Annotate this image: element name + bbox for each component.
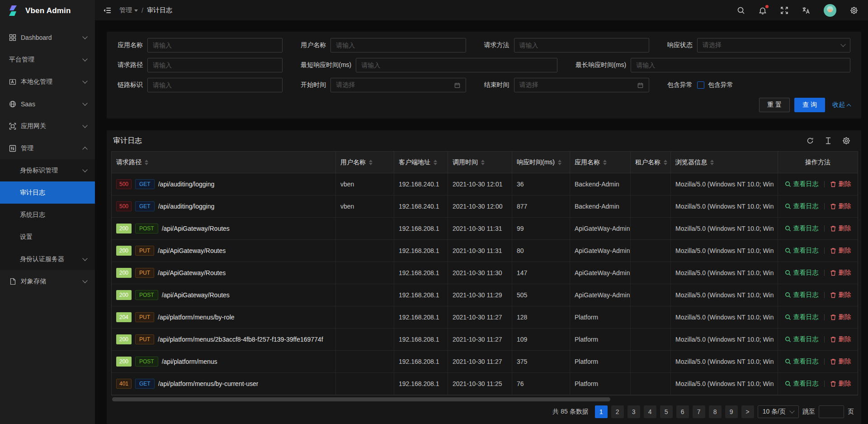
trace-id-input[interactable]: [147, 78, 283, 92]
avatar[interactable]: [824, 4, 836, 17]
delete-button[interactable]: 删除: [830, 269, 851, 277]
delete-button[interactable]: 删除: [830, 291, 851, 299]
app-name-input[interactable]: [147, 38, 283, 52]
delete-button[interactable]: 删除: [830, 247, 851, 255]
cell-user-name: [336, 351, 394, 373]
logo[interactable]: Vben Admin: [0, 0, 95, 22]
column-header[interactable]: 客户端地址: [394, 152, 448, 173]
page-button[interactable]: 7: [693, 405, 705, 418]
status-badge: 200: [116, 334, 132, 344]
column-header[interactable]: 请求路径: [112, 152, 336, 173]
field-request-method: 请求方法: [484, 38, 667, 52]
refresh-icon[interactable]: [806, 137, 814, 145]
sidebar-item[interactable]: 身份标识管理: [0, 159, 95, 181]
view-log-button[interactable]: 查看日志: [785, 202, 819, 210]
notification-icon[interactable]: [759, 6, 767, 14]
table-header-row: 请求路径用户名称客户端地址调用时间响应时间(ms)应用名称租户名称浏览器信息操作…: [112, 152, 858, 173]
sidebar-item[interactable]: 系统日志: [0, 204, 95, 226]
end-time-picker[interactable]: 请选择: [514, 78, 649, 92]
view-log-button[interactable]: 查看日志: [785, 247, 819, 255]
trash-icon: [830, 248, 836, 254]
delete-button[interactable]: 删除: [830, 180, 851, 188]
page-button[interactable]: 6: [676, 405, 689, 418]
max-response-time-input[interactable]: [631, 58, 850, 72]
translate-icon[interactable]: [802, 6, 810, 14]
delete-button[interactable]: 删除: [830, 380, 851, 388]
cell-browser-info: Mozilla/5.0 (Windows NT 10.0; Win: [671, 306, 778, 329]
fullscreen-icon[interactable]: [780, 6, 788, 14]
min-response-time-input[interactable]: [356, 58, 557, 72]
view-log-label: 查看日志: [793, 291, 819, 299]
picker-placeholder: 请选择: [519, 81, 633, 89]
sidebar-item[interactable]: 设置: [0, 226, 95, 248]
query-button[interactable]: 查 询: [794, 98, 825, 112]
request-method-input[interactable]: [514, 38, 649, 52]
column-header[interactable]: 租户名称: [631, 152, 671, 173]
chevron-down-icon: [789, 408, 794, 413]
page-button[interactable]: 9: [725, 405, 738, 418]
view-log-button[interactable]: 查看日志: [785, 291, 819, 299]
method-tag: GET: [135, 201, 155, 211]
sidebar-item[interactable]: 审计日志: [0, 181, 95, 204]
delete-button[interactable]: 删除: [830, 224, 851, 233]
column-header[interactable]: 应用名称: [570, 152, 631, 173]
delete-button[interactable]: 删除: [830, 313, 851, 321]
page-button-active[interactable]: 1: [595, 405, 608, 418]
request-path: /api/ApiGateway/Routes: [158, 269, 226, 276]
column-header[interactable]: 浏览器信息: [671, 152, 778, 173]
sidebar-item[interactable]: Saas: [0, 93, 95, 115]
start-time-picker[interactable]: 请选择: [330, 78, 466, 92]
sidebar-item[interactable]: Dashboard: [0, 26, 95, 48]
menu-fold-icon[interactable]: [103, 6, 111, 14]
page-size-select[interactable]: 10 条/页: [758, 405, 799, 418]
request-path-input[interactable]: [147, 58, 283, 72]
locale-icon: [9, 78, 16, 86]
page-button[interactable]: 4: [644, 405, 656, 418]
page-button[interactable]: 3: [627, 405, 640, 418]
collapse-link[interactable]: 收起: [832, 101, 850, 109]
column-settings-icon[interactable]: [842, 137, 850, 145]
view-log-label: 查看日志: [793, 380, 819, 388]
sidebar-item[interactable]: 对象存储: [0, 270, 95, 292]
view-log-button[interactable]: 查看日志: [785, 335, 819, 343]
search-icon: [785, 358, 791, 365]
column-header[interactable]: 用户名称: [336, 152, 394, 173]
sidebar-item-label: 本地化管理: [21, 78, 52, 86]
column-header[interactable]: 调用时间: [448, 152, 512, 173]
sidebar-item[interactable]: 本地化管理: [0, 71, 95, 93]
chevron-down-icon: [82, 278, 87, 283]
search-icon[interactable]: [737, 6, 745, 14]
horizontal-scrollbar-thumb[interactable]: [112, 397, 610, 401]
delete-button[interactable]: 删除: [830, 357, 851, 366]
audit-log-table: 请求路径用户名称客户端地址调用时间响应时间(ms)应用名称租户名称浏览器信息操作…: [111, 151, 858, 395]
view-log-button[interactable]: 查看日志: [785, 269, 819, 277]
jump-page-input[interactable]: [819, 405, 844, 418]
cell-user-name: vben: [336, 173, 394, 195]
page-button[interactable]: 2: [611, 405, 624, 418]
sidebar-item[interactable]: 应用网关: [0, 115, 95, 137]
column-header[interactable]: 响应时间(ms): [512, 152, 570, 173]
view-log-button[interactable]: 查看日志: [785, 357, 819, 366]
sidebar-item[interactable]: 管理: [0, 137, 95, 159]
view-log-button[interactable]: 查看日志: [785, 180, 819, 188]
view-log-button[interactable]: 查看日志: [785, 380, 819, 388]
user-name-input[interactable]: [330, 38, 466, 52]
breadcrumb-separator: /: [142, 7, 143, 14]
field-label: 用户名称: [301, 41, 326, 49]
column-height-icon[interactable]: [824, 137, 832, 145]
page-button[interactable]: 5: [660, 405, 673, 418]
view-log-button[interactable]: 查看日志: [785, 224, 819, 233]
response-status-select[interactable]: 请选择: [697, 38, 850, 52]
next-page-button[interactable]: >: [741, 405, 754, 418]
reset-button[interactable]: 重 置: [759, 98, 790, 112]
breadcrumb-parent[interactable]: 管理: [119, 6, 138, 14]
delete-button[interactable]: 删除: [830, 335, 851, 343]
sidebar-item[interactable]: 平台管理: [0, 48, 95, 71]
cell-app-name: Platform: [570, 329, 631, 351]
include-exception-checkbox[interactable]: [697, 81, 704, 89]
page-button[interactable]: 8: [709, 405, 722, 418]
sidebar-item[interactable]: 身份认证服务器: [0, 248, 95, 270]
view-log-button[interactable]: 查看日志: [785, 313, 819, 321]
delete-button[interactable]: 删除: [830, 202, 851, 210]
settings-icon[interactable]: [850, 6, 858, 14]
